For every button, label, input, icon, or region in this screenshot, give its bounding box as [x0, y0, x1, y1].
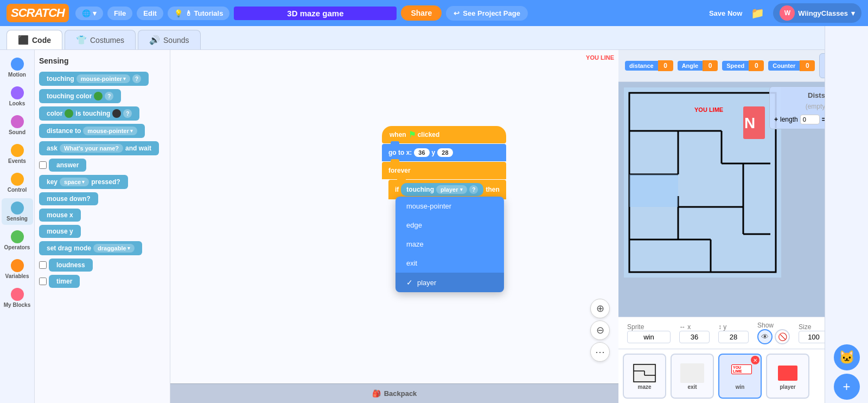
file-button[interactable]: File [107, 7, 132, 20]
share-button[interactable]: Share [401, 5, 442, 21]
sidebar-item-sensing[interactable]: Sensing [2, 198, 33, 225]
dropdown-item-exit[interactable]: exit [395, 254, 504, 273]
sprite-name-input[interactable] [627, 331, 671, 343]
block-mouse-x[interactable]: mouse x [39, 209, 81, 222]
globe-button[interactable]: 🌐 ▾ [75, 7, 103, 20]
player-sprite-label: player [780, 384, 795, 390]
zoom-out-button[interactable]: ⊖ [590, 320, 610, 340]
show-hidden-button[interactable]: 🚫 [775, 329, 790, 344]
block-row-mouse-down: mouse down? [39, 192, 165, 205]
color-swatch-1[interactable] [65, 109, 73, 118]
block-key-pressed[interactable]: key space ▾ pressed? [39, 175, 128, 189]
green-flag-icon: ⚑ [409, 130, 416, 140]
svg-text:YOU LIME: YOU LIME [694, 106, 723, 113]
add-backdrop-button[interactable]: + [834, 374, 860, 400]
sprite-card-exit[interactable]: exit [671, 354, 714, 399]
sidebar-item-myblocks[interactable]: My Blocks [2, 285, 33, 311]
tabs-bar: ⬛ Code 👕 Costumes 🔊 Sounds [0, 26, 868, 50]
touching-condition[interactable]: touching player ▾ ? [401, 183, 483, 196]
sprite-x-field: ↔ x [679, 323, 710, 343]
zoom-out-icon: ⊖ [596, 324, 604, 336]
dropdown-item-mouse-pointer[interactable]: mouse-pointer [395, 197, 504, 216]
see-project-button[interactable]: ↩ See Project Page [446, 6, 528, 21]
block-goto-xy[interactable]: go to x: 36 y 28 [382, 144, 506, 161]
block-when-flag[interactable]: when ⚑ clicked [382, 126, 506, 143]
question-icon: ? [469, 185, 478, 194]
code-tab-icon: ⬛ [18, 35, 29, 45]
add-sprite-button[interactable]: 🐱 [834, 349, 860, 370]
save-now-button[interactable]: Save Now [709, 9, 742, 17]
sidebar-item-variables[interactable]: Variables [2, 256, 33, 282]
sidebar-item-control[interactable]: Control [2, 169, 33, 196]
sprite-card-maze[interactable]: maze [623, 354, 666, 399]
zoom-in-button[interactable]: ⊕ [590, 299, 610, 318]
block-distance-to[interactable]: distance to mouse-pointer ▾ [39, 124, 145, 138]
timer-checkbox[interactable] [39, 278, 47, 285]
block-touching[interactable]: touching mouse-pointer ▾ ? [39, 72, 149, 86]
block-row-mouse-x: mouse x [39, 209, 165, 222]
sidebar-item-operators[interactable]: Operators [2, 227, 33, 254]
block-row-loudness: loudness [39, 259, 165, 272]
block-mouse-y[interactable]: mouse y [39, 225, 81, 238]
workspace[interactable]: YOU LINE when ⚑ clicked go to x: 36 y 28 [170, 50, 618, 403]
show-buttons-group: 👁 🚫 [757, 329, 790, 344]
remix-icon: ↩ [454, 9, 459, 17]
sprite-x-input[interactable] [679, 331, 710, 343]
block-row-ask: ask What's your name? and wait [39, 141, 165, 155]
tab-code[interactable]: ⬛ Code [7, 30, 62, 49]
color-swatch[interactable] [94, 92, 103, 100]
sprite-y-input[interactable] [718, 331, 749, 343]
y-input[interactable]: 28 [437, 148, 452, 157]
tutorials-button[interactable]: 💡 🕯 Tutorials [168, 7, 230, 20]
edit-button[interactable]: Edit [137, 7, 163, 20]
dropdown-item-edge[interactable]: edge [395, 216, 504, 235]
block-touching-color[interactable]: touching color ? [39, 89, 121, 103]
dropdown-item-player[interactable]: ✓ player [395, 273, 504, 292]
sidebar-item-sound[interactable]: Sound [2, 112, 33, 138]
distance-monitor: distance 0 [625, 60, 673, 71]
sounds-tab-icon: 🔊 [149, 35, 160, 45]
x-input[interactable]: 36 [414, 148, 429, 157]
dropdown-item-maze[interactable]: maze [395, 235, 504, 254]
block-answer[interactable]: answer [49, 159, 86, 172]
zoom-reset-button[interactable]: ⋯ [590, 342, 610, 362]
sidebar-item-looks[interactable]: Looks [2, 83, 33, 110]
block-color-touching[interactable]: color is touching ? [39, 106, 139, 121]
lightbulb-icon: 💡 [174, 9, 183, 17]
win-sprite-delete-btn[interactable]: ✕ [751, 356, 760, 364]
user-badge[interactable]: W WiingyClasses ▾ [773, 3, 861, 23]
show-visible-button[interactable]: 👁 [757, 329, 773, 344]
block-drag-mode[interactable]: set drag mode draggable ▾ [39, 241, 142, 255]
dropdown-arrow-icon: ▾ [851, 9, 855, 17]
sprite-card-player[interactable]: player [766, 354, 809, 399]
user-avatar: W [780, 5, 795, 21]
cat-icon: 🐱 [839, 350, 855, 365]
block-timer[interactable]: timer [49, 275, 80, 288]
sidebar-item-motion[interactable]: Motion [2, 54, 33, 81]
tab-sounds[interactable]: 🔊 Sounds [138, 30, 200, 49]
control-dot [11, 173, 24, 186]
sprite-card-win[interactable]: ✕ YOU LIME win [718, 354, 762, 399]
block-loudness[interactable]: loudness [49, 259, 93, 272]
backpack-bar[interactable]: 🎒 Backpack [170, 383, 618, 403]
answer-checkbox[interactable] [39, 161, 47, 169]
svg-text:N: N [744, 115, 755, 131]
topbar: SCRATCH 🌐 ▾ File Edit 💡 🕯 Tutorials Shar… [0, 0, 868, 26]
folder-icon[interactable]: 📁 [751, 7, 764, 20]
pill-arrow-icon: ▾ [460, 187, 463, 192]
sprite-show-field: Show 👁 🚫 [757, 322, 790, 344]
block-row-mouse-y: mouse y [39, 225, 165, 238]
block-ask[interactable]: ask What's your name? and wait [39, 141, 159, 155]
block-mouse-down[interactable]: mouse down? [39, 192, 98, 205]
costumes-tab-icon: 👕 [76, 35, 87, 45]
sidebar-item-events[interactable]: Events [2, 141, 33, 167]
dists-length-input[interactable] [800, 115, 820, 124]
tab-costumes[interactable]: 👕 Costumes [65, 30, 136, 49]
motion-dot [11, 58, 24, 71]
color-swatch-2[interactable] [112, 109, 121, 118]
player-pill[interactable]: player ▾ [436, 185, 467, 194]
loudness-checkbox[interactable] [39, 261, 47, 269]
angle-monitor: Angle 0 [678, 60, 718, 71]
project-name-input[interactable] [234, 7, 397, 20]
scratch-logo[interactable]: SCRATCH [7, 4, 69, 22]
